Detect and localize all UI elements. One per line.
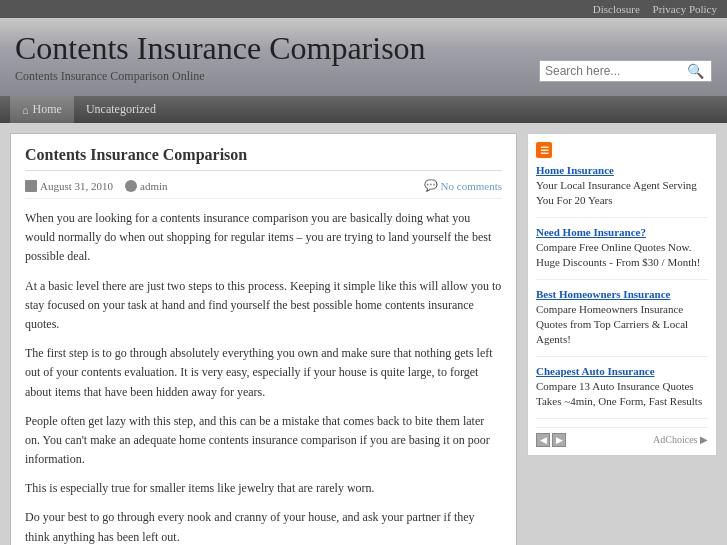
ad-desc-2: Compare Homeowners Insurance Quotes from… (536, 303, 688, 346)
meta-comments[interactable]: 💬 No comments (424, 179, 502, 192)
ad-footer: ◀ ▶ AdChoices ▶ (536, 427, 708, 447)
nav-uncategorized[interactable]: Uncategorized (74, 96, 168, 123)
para-4: People often get lazy with this step, an… (25, 412, 502, 470)
main-layout: Contents Insurance Comparison August 31,… (0, 123, 727, 545)
ad-header: ☰ (536, 142, 708, 158)
site-subtitle: Contents Insurance Comparison Online (15, 69, 426, 84)
user-icon (125, 180, 137, 192)
site-title: Contents Insurance Comparison (15, 30, 426, 67)
ad-entry-2: Best Homeowners Insurance Compare Homeow… (536, 288, 708, 357)
para-5: This is especially true for smaller item… (25, 479, 502, 498)
meta-date: August 31, 2010 (25, 180, 113, 192)
article-date: August 31, 2010 (40, 180, 113, 192)
top-bar: Disclosure Privacy Policy (0, 0, 727, 18)
home-icon: ⌂ (22, 104, 29, 116)
ad-link-1[interactable]: Need Home Insurance? (536, 226, 708, 238)
meta-author: admin (125, 180, 168, 192)
ad-desc-0: Your Local Insurance Agent Serving You F… (536, 179, 697, 206)
ad-entry-0: Home Insurance Your Local Insurance Agen… (536, 164, 708, 218)
ad-entry-1: Need Home Insurance? Compare Free Online… (536, 226, 708, 280)
search-input[interactable] (545, 64, 685, 78)
ad-link-0[interactable]: Home Insurance (536, 164, 708, 176)
disclosure-link[interactable]: Disclosure (593, 3, 640, 15)
ad-link-2[interactable]: Best Homeowners Insurance (536, 288, 708, 300)
comment-icon: 💬 (424, 179, 438, 192)
nav: ⌂ Home Uncategorized (0, 96, 727, 123)
ad-next-button[interactable]: ▶ (552, 433, 566, 447)
nav-home-label: Home (33, 102, 62, 117)
article-meta: August 31, 2010 admin 💬 No comments (25, 179, 502, 199)
ad-link-3[interactable]: Cheapest Auto Insurance (536, 365, 708, 377)
content-area: Contents Insurance Comparison August 31,… (10, 133, 517, 545)
ad-desc-1: Compare Free Online Quotes Now. Huge Dis… (536, 241, 700, 268)
ad-nav-arrows: ◀ ▶ (536, 433, 566, 447)
article-author: admin (140, 180, 168, 192)
header: Contents Insurance Comparison Contents I… (0, 18, 727, 96)
ad-entry-3: Cheapest Auto Insurance Compare 13 Auto … (536, 365, 708, 419)
ad-prev-button[interactable]: ◀ (536, 433, 550, 447)
nav-uncategorized-label: Uncategorized (86, 102, 156, 117)
ad-choices-label: AdChoices ▶ (653, 434, 708, 445)
ad-box: ☰ Home Insurance Your Local Insurance Ag… (527, 133, 717, 456)
search-button[interactable]: 🔍 (685, 63, 706, 79)
sidebar: ☰ Home Insurance Your Local Insurance Ag… (527, 133, 717, 456)
privacy-link[interactable]: Privacy Policy (653, 3, 717, 15)
para-1: When you are looking for a contents insu… (25, 209, 502, 267)
article-title: Contents Insurance Comparison (25, 146, 502, 171)
para-2: At a basic level there are just two step… (25, 277, 502, 335)
nav-home[interactable]: ⌂ Home (10, 96, 74, 123)
search-box: 🔍 (539, 60, 712, 82)
para-6: Do your best to go through every nook an… (25, 508, 502, 545)
rss-icon: ☰ (536, 142, 552, 158)
calendar-icon (25, 180, 37, 192)
para-3: The first step is to go through absolute… (25, 344, 502, 402)
ad-desc-3: Compare 13 Auto Insurance Quotes Takes ~… (536, 380, 702, 407)
article-body: When you are looking for a contents insu… (25, 209, 502, 545)
article-comments: No comments (441, 180, 502, 192)
header-left: Contents Insurance Comparison Contents I… (15, 30, 426, 84)
